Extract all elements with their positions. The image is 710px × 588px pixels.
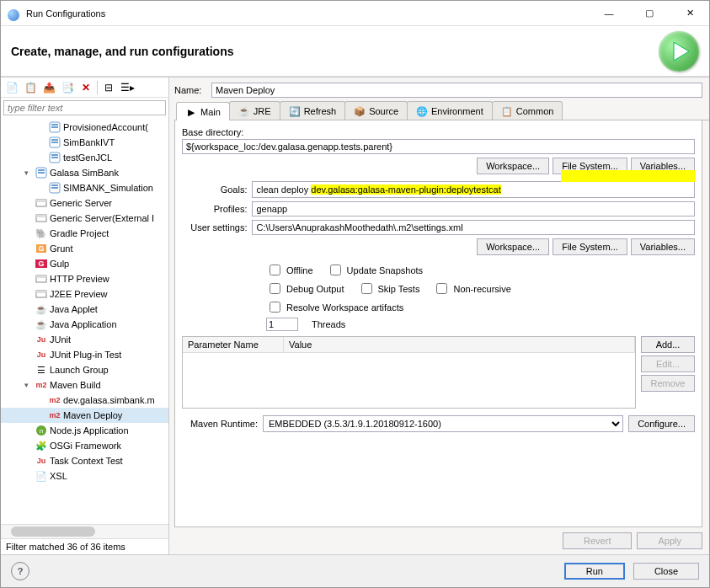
filter-status: Filter matched 36 of 36 items — [1, 538, 168, 554]
user-settings-label: User settings: — [182, 222, 247, 233]
tree-item[interactable]: ▾Galasa SimBank — [1, 165, 168, 180]
config-tree[interactable]: ProvisionedAccount(SimBankIVTtestGenJCL▾… — [1, 118, 168, 524]
goals-input[interactable]: clean deploy dev.galasa:galasa-maven-plu… — [252, 181, 695, 198]
tree-item-label: Generic Server — [50, 198, 112, 208]
tab-label: Source — [369, 106, 398, 116]
tree-scrollbar[interactable] — [1, 524, 168, 538]
skip-tests-checkbox[interactable]: Skip Tests — [358, 281, 420, 297]
run-hero-icon — [659, 31, 699, 72]
name-label: Name: — [174, 85, 208, 95]
filter-input[interactable] — [3, 100, 166, 115]
non-recursive-checkbox[interactable]: Non-recursive — [433, 281, 510, 297]
tree-item[interactable]: m2dev.galasa.simbank.m — [1, 393, 168, 408]
tree-item[interactable]: nNode.js Application — [1, 423, 168, 438]
m2r-icon: m2 — [48, 393, 61, 407]
param-edit-button[interactable]: Edit... — [641, 355, 695, 372]
apply-button[interactable]: Apply — [637, 532, 702, 549]
param-value-col: Value — [284, 337, 635, 352]
settings-variables-button[interactable]: Variables... — [631, 238, 695, 255]
tree-item[interactable]: SimBankIVT — [1, 135, 168, 150]
svg-rect-2 — [51, 124, 58, 126]
settings-file-system-button[interactable]: File System... — [553, 238, 627, 255]
tree-item-label: JUnit — [50, 334, 71, 345]
duplicate-button[interactable]: 📑 — [60, 80, 75, 95]
tree-item[interactable]: J2EE Preview — [1, 286, 168, 302]
tree-item-label: Gradle Project — [50, 228, 109, 238]
parameters-table[interactable]: Parameter Name Value — [182, 336, 636, 409]
workspace-button[interactable]: Workspace... — [477, 158, 549, 174]
svg-rect-11 — [38, 169, 45, 171]
update-snapshots-checkbox[interactable]: Update Snapshots — [327, 262, 424, 278]
tab-main[interactable]: ▶Main — [176, 102, 230, 120]
debug-output-checkbox[interactable]: Debug Output — [266, 281, 344, 297]
tree-item[interactable]: 📄XSL — [1, 468, 168, 484]
revert-button[interactable]: Revert — [563, 532, 632, 549]
tab-common[interactable]: 📋Common — [492, 101, 563, 120]
tree-item[interactable]: JuTask Context Test — [1, 453, 168, 468]
tree-item[interactable]: testGenJCL — [1, 150, 168, 165]
tree-item[interactable]: HTTP Preview — [1, 271, 168, 286]
tab-label: Main — [200, 107, 221, 117]
annotation-highlight — [561, 170, 696, 182]
tab-label: JRE — [254, 106, 271, 116]
svg-rect-15 — [51, 187, 58, 189]
tree-item-label: Java Application — [50, 319, 117, 329]
close-button[interactable]: Close — [633, 563, 699, 580]
tree-item[interactable]: SIMBANK_Simulation — [1, 180, 168, 195]
tree-item[interactable]: JuJUnit — [1, 332, 168, 347]
cfg-icon — [48, 120, 61, 134]
new-config-button[interactable]: 📄 — [4, 80, 19, 95]
resolve-workspace-checkbox[interactable]: Resolve Workspace artifacts — [266, 299, 403, 315]
base-dir-input[interactable] — [182, 139, 695, 154]
tree-item[interactable]: ☕Java Applet — [1, 302, 168, 317]
collapse-all-button[interactable]: ⊟ — [101, 80, 116, 95]
junit-icon: Ju — [35, 348, 48, 361]
gradle-icon: 🐘 — [35, 227, 48, 240]
svg-rect-5 — [51, 139, 58, 141]
param-add-button[interactable]: Add... — [641, 336, 695, 353]
settings-workspace-button[interactable]: Workspace... — [477, 238, 549, 255]
cfg-icon — [48, 151, 61, 164]
tree-item[interactable]: ☕Java Application — [1, 317, 168, 332]
tree-item[interactable]: GGulp — [1, 256, 168, 271]
tab-environment[interactable]: 🌐Environment — [407, 101, 493, 120]
tree-item[interactable]: GGrunt — [1, 241, 168, 256]
close-window-button[interactable]: ✕ — [677, 8, 702, 19]
param-remove-button[interactable]: Remove — [641, 375, 695, 392]
filter-button[interactable]: ☰▸ — [120, 80, 135, 95]
tree-item[interactable]: Generic Server — [1, 195, 168, 211]
svg-rect-23 — [36, 291, 46, 293]
goals-label: Goals: — [182, 184, 247, 195]
tree-item-label: SIMBANK_Simulation — [63, 183, 153, 193]
threads-spinner[interactable] — [266, 318, 298, 331]
tree-item-label: Task Context Test — [50, 456, 123, 466]
profiles-input[interactable] — [252, 201, 695, 216]
tree-item[interactable]: ProvisionedAccount( — [1, 120, 168, 135]
tree-item[interactable]: m2Maven Deploy — [1, 408, 168, 423]
tree-item-label: dev.galasa.simbank.m — [63, 395, 155, 405]
run-button[interactable]: Run — [564, 563, 625, 580]
export-button[interactable]: 📤 — [41, 80, 56, 95]
tree-item[interactable]: 🧩OSGi Framework — [1, 438, 168, 453]
goals-highlight: dev.galasa:galasa-maven-plugin:deploytes… — [311, 184, 500, 195]
tab-icon: 📦 — [354, 105, 366, 117]
configure-button[interactable]: Configure... — [628, 415, 695, 432]
tree-item[interactable]: 🐘Gradle Project — [1, 226, 168, 241]
delete-button[interactable]: ✕ — [78, 80, 93, 95]
tab-source[interactable]: 📦Source — [344, 101, 408, 120]
offline-checkbox[interactable]: Offline — [266, 262, 313, 278]
base-dir-label: Base directory: — [182, 127, 695, 137]
tree-item[interactable]: Generic Server(External I — [1, 211, 168, 226]
user-settings-input[interactable] — [252, 220, 695, 235]
minimize-button[interactable]: — — [596, 8, 622, 19]
tree-item[interactable]: ▾m2Maven Build — [1, 377, 168, 393]
tree-item[interactable]: ☰Launch Group — [1, 362, 168, 377]
new-proto-button[interactable]: 📋 — [23, 80, 38, 95]
maximize-button[interactable]: ▢ — [637, 8, 662, 19]
help-button[interactable]: ? — [11, 562, 29, 580]
tab-refresh[interactable]: 🔄Refresh — [280, 101, 346, 120]
tab-jre[interactable]: ☕JRE — [229, 101, 280, 120]
runtime-select[interactable]: EMBEDDED (3.5.3/1.9.1.20180912-1600) — [263, 415, 623, 432]
tree-item[interactable]: JuJUnit Plug-in Test — [1, 347, 168, 362]
name-input[interactable] — [211, 83, 702, 98]
